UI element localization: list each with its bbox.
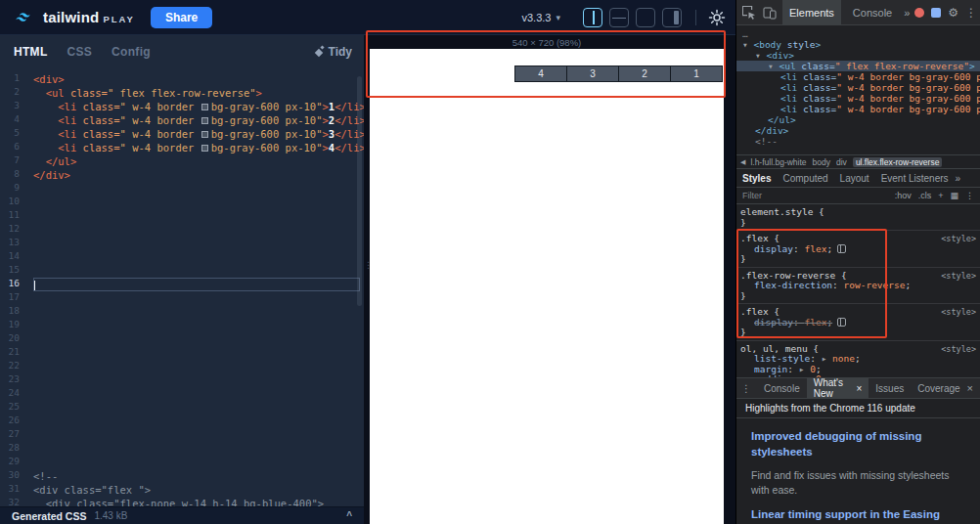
flexbox-editor-icon[interactable] xyxy=(837,244,846,253)
code-line[interactable]: <!-- xyxy=(33,469,364,483)
editor-scrollbar[interactable] xyxy=(357,76,362,306)
settings-gear-icon[interactable]: ⚙ xyxy=(948,6,958,20)
drawer-tab-what-s-new[interactable]: What's New× xyxy=(807,378,869,398)
sidebar-tab-computed[interactable]: Computed xyxy=(777,173,833,184)
split-view-button[interactable] xyxy=(583,8,602,27)
toggle-hover-state-button[interactable]: :hov xyxy=(895,191,912,200)
code-line[interactable] xyxy=(33,237,364,250)
device-toolbar-icon[interactable] xyxy=(762,5,778,21)
style-source-link[interactable]: <style> xyxy=(941,234,976,244)
code-line[interactable] xyxy=(33,291,364,305)
breadcrumb-item[interactable]: div xyxy=(836,157,847,167)
code-line[interactable] xyxy=(33,250,364,264)
code-line[interactable] xyxy=(33,387,364,401)
dom-tree-node[interactable]: ▾ <div> xyxy=(736,50,980,61)
code-line[interactable]: <ul class=" flex flex-row-reverse"> xyxy=(33,86,364,100)
article-title-link[interactable]: Linear timing support in the Easing Edit… xyxy=(751,507,965,524)
version-select[interactable]: v3.3.3 ▾ xyxy=(522,12,561,23)
tab-console[interactable]: Console xyxy=(846,0,899,24)
sidebar-tab-styles[interactable]: Styles xyxy=(736,173,777,184)
code-line[interactable] xyxy=(33,415,364,428)
tidy-button[interactable]: Tidy xyxy=(315,45,352,59)
preview-canvas[interactable]: 4321 xyxy=(370,49,724,524)
breadcrumb-item[interactable]: ul.flex.flex-row-reverse xyxy=(853,157,943,167)
dom-tree-node[interactable]: … xyxy=(736,28,980,39)
css-rule[interactable]: <style>ol, ul, menu {list-style: ▸ none;… xyxy=(736,341,980,378)
style-source-link[interactable]: <style> xyxy=(941,344,976,355)
breadcrumb-item[interactable]: body xyxy=(813,157,830,167)
code-line[interactable] xyxy=(33,264,364,278)
dom-tree-node[interactable]: </div> xyxy=(736,125,980,136)
error-badge-icon[interactable] xyxy=(914,8,924,18)
dom-tree-node[interactable]: <li class=" w-4 border bg-gray-600 px-10… xyxy=(736,71,980,82)
kebab-menu-icon[interactable]: ⋮ xyxy=(965,6,977,20)
drawer-tab-console[interactable]: Console xyxy=(757,378,807,398)
drawer-menu-icon[interactable]: ⋮ xyxy=(741,383,751,394)
code-line[interactable]: <div> xyxy=(33,72,364,86)
css-rule[interactable]: <style>.flex-row-reverse {flex-direction… xyxy=(736,268,980,305)
css-rule[interactable]: <style>.flex {display: flex;} xyxy=(736,231,980,268)
chevron-up-icon[interactable]: ^ xyxy=(346,510,352,521)
code-line[interactable]: <div class="flex "> xyxy=(33,483,364,497)
dom-tree-node[interactable]: <!-- xyxy=(736,136,980,147)
more-tabs-icon[interactable]: » xyxy=(956,173,961,184)
code-line[interactable]: <li class=" w-4 border bg-gray-600 px-10… xyxy=(33,113,364,127)
code-line[interactable]: <li class=" w-4 border bg-gray-600 px-10… xyxy=(33,141,364,154)
close-drawer-icon[interactable]: × xyxy=(967,382,980,394)
dom-tree-node[interactable]: <li class=" w-4 border bg-gray-600 px-10… xyxy=(736,104,980,114)
code-line[interactable]: <li class=" w-4 border bg-gray-600 px-10… xyxy=(33,127,364,141)
code-line[interactable]: <div class="flex-none w-14 h-14 bg-blue-… xyxy=(33,497,364,506)
breadcrumb-item[interactable]: l.h-full.bg-white xyxy=(750,157,806,167)
code-line[interactable] xyxy=(33,319,364,332)
more-options-icon[interactable]: ⋮ xyxy=(965,191,974,200)
share-button[interactable]: Share xyxy=(151,7,212,28)
code-line[interactable]: </ul> xyxy=(33,154,364,168)
dom-tree-node[interactable]: <li class=" w-4 border bg-gray-600 px-10… xyxy=(736,82,980,93)
code-line[interactable] xyxy=(33,401,364,415)
toggle-classes-button[interactable]: .cls xyxy=(918,191,932,200)
flexbox-editor-icon[interactable] xyxy=(837,318,846,327)
code-line[interactable] xyxy=(33,182,364,196)
code-line[interactable]: <li class=" w-4 border bg-gray-600 px-10… xyxy=(33,100,364,113)
code-line[interactable] xyxy=(33,442,364,456)
code-lines[interactable]: <div> <ul class=" flex flex-row-reverse"… xyxy=(25,68,364,506)
style-source-link[interactable]: <style> xyxy=(941,307,976,318)
code-line[interactable] xyxy=(33,223,364,237)
scroll-left-icon[interactable]: ◀ xyxy=(740,158,745,166)
code-line[interactable] xyxy=(33,209,364,223)
tab-elements[interactable]: Elements xyxy=(782,0,841,24)
tab-html[interactable]: HTML xyxy=(14,45,48,59)
code-line[interactable]: </div> xyxy=(33,168,364,182)
code-line[interactable] xyxy=(33,332,364,346)
code-area[interactable]: 1234567891011121314151617181920212223242… xyxy=(0,68,364,506)
theme-sun-icon[interactable] xyxy=(708,9,726,26)
dom-tree-node[interactable]: <li class=" w-4 border bg-gray-600 px-10… xyxy=(736,93,980,104)
filter-input[interactable]: Filter xyxy=(742,191,888,200)
code-line[interactable] xyxy=(33,278,360,291)
close-tab-icon[interactable]: × xyxy=(856,383,862,394)
stacked-view-button[interactable] xyxy=(609,8,629,27)
dom-tree-node[interactable]: ▾ <body style> xyxy=(736,39,980,50)
dom-tree-node[interactable]: ▾ <ul class=" flex flex-row-reverse"> xyxy=(736,61,980,71)
code-line[interactable] xyxy=(33,305,364,319)
drawer-tab-coverage[interactable]: Coverage xyxy=(911,378,966,398)
editor-only-button[interactable] xyxy=(636,8,655,27)
code-line[interactable] xyxy=(33,360,364,373)
code-line[interactable] xyxy=(33,196,364,209)
tab-config[interactable]: Config xyxy=(111,45,151,59)
css-rule[interactable]: element.style {} xyxy=(736,204,980,231)
inspect-icon[interactable] xyxy=(741,5,757,21)
new-style-rule-button[interactable]: + xyxy=(938,191,943,200)
dom-tree-node[interactable]: </ul> xyxy=(736,114,980,125)
grid-overlay-icon[interactable]: ▦ xyxy=(950,191,958,200)
sidebar-tab-layout[interactable]: Layout xyxy=(834,173,875,184)
code-line[interactable] xyxy=(33,456,364,469)
code-line[interactable] xyxy=(33,428,364,442)
style-source-link[interactable]: <style> xyxy=(941,271,976,282)
drawer-tab-issues[interactable]: Issues xyxy=(869,378,911,398)
article-title-link[interactable]: Improved debugging of missing stylesheet… xyxy=(751,429,965,459)
info-badge-icon[interactable] xyxy=(931,8,941,18)
css-rule[interactable]: <style>.flex {display: flex;} xyxy=(736,304,980,341)
generated-css-bar[interactable]: Generated CSS 1.43 kB ^ xyxy=(0,506,364,524)
code-line[interactable] xyxy=(33,373,364,387)
